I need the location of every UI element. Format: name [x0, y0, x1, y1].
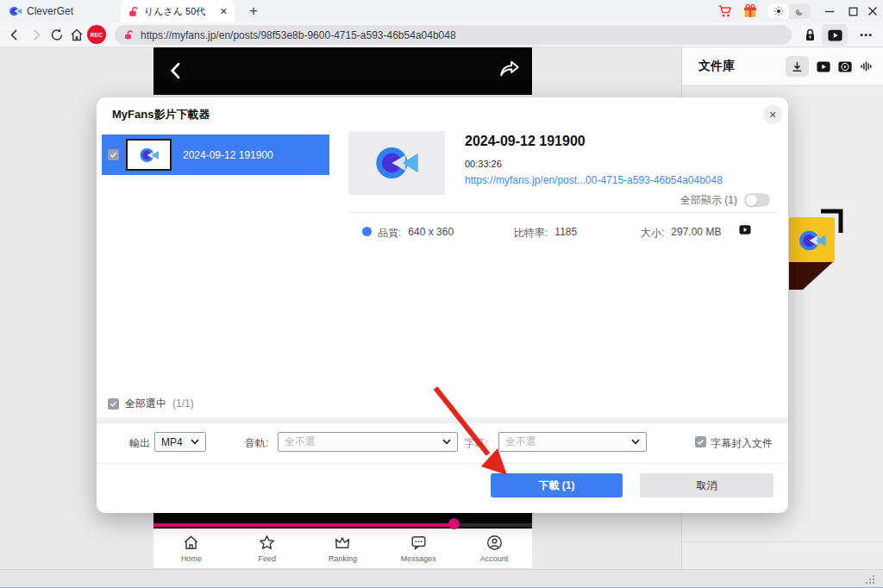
- item-checkbox[interactable]: [108, 149, 119, 160]
- output-format-value: MP4: [161, 436, 185, 448]
- embed-subtitle-checkbox[interactable]: [695, 436, 706, 447]
- nav-item-account[interactable]: Account: [464, 534, 524, 568]
- bitrate-value: 1185: [554, 226, 577, 241]
- detail-title: 2024-09-12 191900: [465, 134, 586, 149]
- library-title: 文件庫: [698, 59, 735, 74]
- bitrate-label: 比特率:: [514, 226, 548, 241]
- video-format-icon: [739, 225, 751, 235]
- tab-title: りんさん 50代: [144, 5, 215, 18]
- subtitle-label: 字幕:: [464, 436, 487, 451]
- crown-icon: [333, 534, 352, 552]
- minimize-icon: [824, 6, 835, 16]
- quality-field: 品質:640 x 360: [378, 226, 454, 241]
- site-bottom-nav: Home Feed Ranking Messages Account: [153, 529, 532, 569]
- widget-ribbon: [789, 262, 835, 290]
- browser-tab[interactable]: りんさん 50代 ✕: [121, 0, 235, 22]
- video-player-header: [153, 47, 532, 95]
- status-strip: [0, 569, 883, 588]
- home-icon[interactable]: [69, 28, 85, 42]
- quality-value: 640 x 360: [408, 226, 454, 241]
- button-divider: [97, 463, 788, 464]
- chat-icon: [410, 534, 428, 552]
- browser-menu-icon[interactable]: ⋯: [855, 25, 876, 45]
- gift-icon[interactable]: [742, 3, 758, 19]
- select-all-row[interactable]: 全部選中 (1/1): [108, 397, 194, 410]
- new-tab-button[interactable]: +: [245, 0, 262, 22]
- download-button[interactable]: 下載 (1): [491, 473, 623, 497]
- video-list-item[interactable]: 2024-09-12 191900: [102, 134, 329, 175]
- myfans-favicon-icon: [123, 29, 134, 41]
- quality-label: 品質:: [378, 226, 401, 241]
- check-icon: [110, 400, 117, 408]
- library-tab-downloading[interactable]: [786, 56, 809, 77]
- output-label: 輸出: [129, 436, 150, 451]
- download-icon: [791, 60, 804, 73]
- video-download-icon: [828, 29, 842, 41]
- dark-mode-segment[interactable]: [789, 3, 810, 19]
- maximize-icon: [849, 7, 858, 16]
- show-all-toggle[interactable]: [744, 193, 770, 207]
- nav-item-ranking[interactable]: Ranking: [312, 534, 373, 568]
- forward-icon[interactable]: [28, 28, 44, 42]
- theme-toggle[interactable]: [768, 3, 811, 19]
- cart-icon[interactable]: [717, 4, 733, 18]
- audio-label: 音軌:: [245, 436, 268, 451]
- browser-toolbar: REC https://myfans.jp/en/posts/98f53e8b-…: [0, 22, 883, 47]
- video-progress-bar[interactable]: [153, 513, 532, 529]
- panel-divider: [682, 541, 883, 542]
- close-window-button[interactable]: [862, 0, 883, 22]
- nav-item-feed[interactable]: Feed: [237, 534, 297, 568]
- progress-handle[interactable]: [448, 518, 460, 529]
- output-format-select[interactable]: MP4: [154, 432, 206, 452]
- share-icon[interactable]: [498, 59, 521, 80]
- cancel-button[interactable]: 取消: [640, 473, 773, 497]
- sun-icon: [773, 6, 784, 16]
- page-back-icon[interactable]: [167, 61, 185, 80]
- account-icon: [485, 534, 504, 552]
- nav-item-messages[interactable]: Messages: [388, 534, 448, 568]
- check-icon: [110, 151, 117, 159]
- item-title: 2024-09-12 191900: [183, 149, 273, 161]
- widget-logo-tile[interactable]: [789, 217, 835, 263]
- back-icon[interactable]: [7, 28, 22, 42]
- subtitle-select[interactable]: 全不選: [498, 432, 647, 452]
- detail-source-link[interactable]: https://myfans.jp/en/post...00-4715-a593…: [465, 174, 723, 186]
- close-window-icon: [867, 6, 878, 16]
- nav-label: Account: [480, 554, 509, 563]
- resize-grip-icon[interactable]: [864, 575, 876, 585]
- minimize-button[interactable]: [819, 0, 840, 22]
- reload-icon[interactable]: [49, 28, 65, 42]
- rec-badge[interactable]: REC: [87, 25, 106, 44]
- cleverget-logo-icon: [798, 226, 827, 255]
- audio-track-select[interactable]: 全不選: [278, 432, 458, 452]
- progress-watched: [153, 523, 454, 527]
- progress-remaining: [454, 523, 532, 527]
- drag-drop-widget[interactable]: [789, 207, 883, 293]
- light-mode-segment[interactable]: [768, 3, 789, 19]
- bitrate-field: 比特率:1185: [514, 226, 577, 241]
- size-value: 297.00 MB: [671, 226, 721, 241]
- dialog-close-icon[interactable]: ✕: [763, 105, 782, 124]
- nav-label: Messages: [401, 554, 436, 563]
- chevron-down-icon: [191, 439, 199, 445]
- section-divider: [97, 417, 788, 423]
- check-icon: [697, 438, 705, 446]
- subtitle-value: 全不選: [505, 435, 626, 449]
- downloading-video-icon[interactable]: [838, 61, 852, 72]
- select-all-checkbox[interactable]: [108, 398, 119, 410]
- quality-radio[interactable]: [362, 227, 372, 236]
- video-downloader-button[interactable]: [822, 24, 848, 46]
- quality-option-row[interactable]: 品質:640 x 360 比特率:1185 大小:297.00 MB: [348, 219, 777, 245]
- lock-icon[interactable]: [804, 28, 817, 42]
- audio-waveform-icon[interactable]: [860, 60, 873, 72]
- app-window: CleverGet りんさん 50代 ✕ + REC ht: [0, 0, 883, 588]
- address-bar[interactable]: https://myfans.jp/en/posts/98f53e8b-9600…: [115, 25, 792, 45]
- tab-close-icon[interactable]: ✕: [220, 6, 228, 17]
- maximize-button[interactable]: [842, 0, 863, 22]
- nav-label: Home: [181, 554, 202, 563]
- nav-item-home[interactable]: Home: [161, 534, 222, 568]
- moon-icon: [795, 7, 805, 16]
- chevron-down-icon: [442, 439, 451, 445]
- video-library-icon[interactable]: [817, 61, 830, 72]
- download-dialog: MyFans影片下載器 ✕ 2024-09-12 191900 2024-09-…: [97, 97, 788, 513]
